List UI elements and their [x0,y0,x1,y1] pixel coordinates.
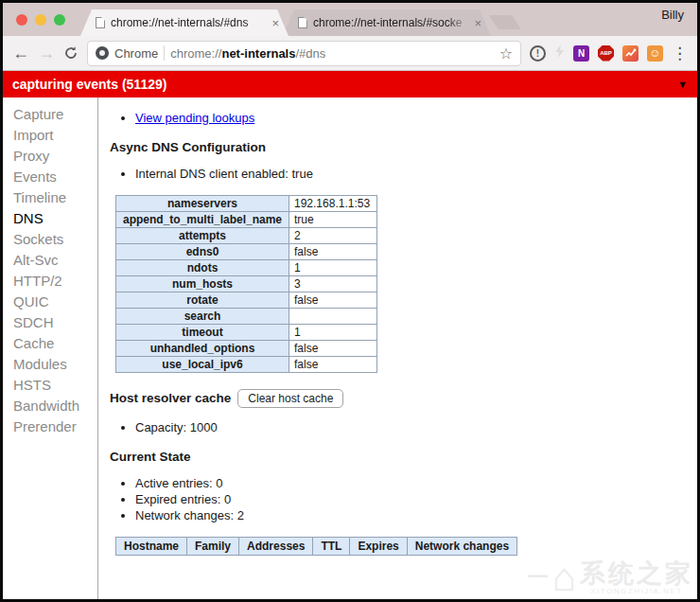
extension-onenote-icon[interactable]: N [573,45,589,62]
tab-sockets[interactable]: chrome://net-internals/#socke × [283,9,491,36]
zoom-window-button[interactable] [54,14,65,26]
config-value: false [289,341,377,357]
config-key: unhandled_options [116,341,289,357]
navigation-bar: ← → Chrome chrome://net-internals/#dns ☆… [3,36,697,71]
extension-analytics-icon[interactable] [622,45,639,62]
forward-button: → [38,44,55,62]
browser-menu-icon[interactable]: ⋮ [672,45,688,62]
watermark-house-icon: ⌂ [552,559,576,595]
host-resolver-heading: Host resolver cache [110,391,231,405]
current-state-heading: Current State [110,450,686,464]
col-network-changes: Network changes [407,538,516,556]
table-row: ndots1 [116,260,377,276]
dns-config-table: nameservers192.168.1.1:53 append_to_mult… [115,195,377,373]
url-text[interactable]: chrome://net-internals/#dns [170,46,325,61]
capacity-line: Capacity: 1000 [135,420,686,434]
config-value: false [289,292,377,309]
sidebar-item-http2[interactable]: HTTP/2 [3,271,97,292]
config-key: use_local_ipv6 [116,357,289,373]
sidebar-item-events[interactable]: Events [3,167,97,187]
config-key: search [116,309,289,325]
tab-dns[interactable]: chrome://net-internals/#dns × [80,9,289,36]
sidebar-item-proxy[interactable]: Proxy [3,146,97,167]
profile-name[interactable]: Billy [661,3,697,22]
col-ttl: TTL [313,538,350,556]
tab-title: chrome://net-internals/#dns [111,16,268,29]
sidebar-item-cache[interactable]: Cache [3,333,97,354]
col-hostname: Hostname [116,538,187,556]
config-value: true [289,212,377,228]
config-value [289,309,377,325]
current-state-list: Active entries: 0 Expired entries: 0 Net… [110,476,686,522]
close-window-button[interactable] [16,14,27,26]
table-row: search [116,309,377,325]
async-dns-heading: Async DNS Configuration [110,140,686,154]
config-value: false [289,357,377,373]
page-info-icon[interactable]: ! [530,45,546,62]
page-icon [96,17,105,28]
table-row: timeout1 [116,325,377,341]
table-row: edns0false [116,244,377,260]
minimize-window-button[interactable] [35,14,46,26]
address-bar[interactable]: Chrome chrome://net-internals/#dns ☆ [87,41,521,66]
capturing-events-banner: capturing events (51129) ▼ [3,71,697,97]
sidebar-item-quic[interactable]: QUIC [3,292,97,312]
sidebar-item-prerender[interactable]: Prerender [3,416,97,437]
new-tab-button[interactable] [489,15,521,29]
table-row: nameservers192.168.1.1:53 [116,196,377,212]
close-tab-icon[interactable]: × [271,16,279,30]
expired-entries-line: Expired entries: 0 [135,492,686,506]
config-key: nameservers [116,196,289,212]
banner-dropdown-icon[interactable]: ▼ [677,79,688,90]
back-button[interactable]: ← [12,44,29,62]
net-internals-page: Capture Import Proxy Events Timeline DNS… [3,97,697,599]
sidebar-item-sockets[interactable]: Sockets [3,229,97,250]
clear-host-cache-button[interactable]: Clear host cache [237,389,343,408]
chrome-logo-icon [96,46,109,60]
sidebar-item-import[interactable]: Import [3,125,97,146]
sidebar-item-bandwidth[interactable]: Bandwidth [3,396,97,416]
table-row: unhandled_optionsfalse [116,341,377,357]
sidebar-item-timeline[interactable]: Timeline [3,187,97,208]
tab-title: chrome://net-internals/#socke [313,16,470,29]
tabs: chrome://net-internals/#dns × chrome://n… [80,3,521,36]
browser-window: chrome://net-internals/#dns × chrome://n… [0,0,700,602]
list-item: View pending lookups [135,111,686,125]
sidebar-item-hsts[interactable]: HSTS [3,375,97,396]
extension-adblock-icon[interactable]: ABP [598,45,614,62]
view-pending-lookups-link[interactable]: View pending lookups [135,111,254,125]
table-row: append_to_multi_label_nametrue [116,212,377,228]
close-tab-icon[interactable]: × [474,16,481,30]
watermark: 一 ⌂ 系统之家 XITONGZHIJIA.NET [528,559,693,595]
capacity-list: Capacity: 1000 [110,420,686,434]
pending-lookups-list: View pending lookups [110,111,686,125]
col-addresses: Addresses [239,538,313,556]
config-key: timeout [116,325,289,341]
page-icon [298,17,307,28]
col-expires: Expires [350,538,407,556]
config-key: num_hosts [116,276,289,292]
sidebar-item-capture[interactable]: Capture [3,104,97,125]
reload-button[interactable] [63,45,79,61]
sidebar-item-modules[interactable]: Modules [3,354,97,375]
cast-icon [554,44,565,62]
config-value: false [289,244,377,260]
network-changes-line: Network changes: 2 [135,508,686,522]
sidebar-item-dns[interactable]: DNS [3,208,97,229]
dns-view: View pending lookups Async DNS Configura… [98,97,697,599]
active-entries-line: Active entries: 0 [135,476,686,490]
divider [164,45,165,61]
config-value: 192.168.1.1:53 [289,196,377,212]
url-scheme: chrome:// [170,46,221,61]
table-row: num_hosts3 [116,276,377,292]
internal-dns-list: Internal DNS client enabled: true [110,167,686,181]
config-key: ndots [116,260,289,276]
url-host: net-internals [221,46,295,61]
config-key: rotate [116,292,289,309]
table-row: rotatefalse [116,292,377,309]
extension-smiley-icon[interactable]: ☺ [647,45,663,62]
bookmark-star-icon[interactable]: ☆ [499,44,513,62]
sidebar-item-alt-svc[interactable]: Alt-Svc [3,250,97,271]
tab-strip: chrome://net-internals/#dns × chrome://n… [3,3,697,36]
sidebar-item-sdch[interactable]: SDCH [3,312,97,333]
